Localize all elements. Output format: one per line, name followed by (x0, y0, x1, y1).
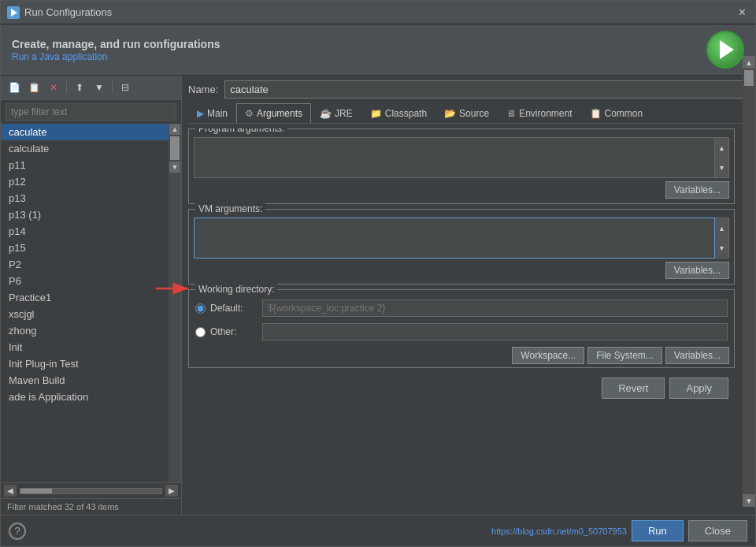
tab-classpath[interactable]: 📁 Classpath (361, 103, 435, 123)
source-tab-label: Source (459, 108, 489, 119)
main-tab-label: Main (207, 108, 228, 119)
environment-tab-label: Environment (519, 108, 572, 119)
list-item[interactable]: caculate (1, 124, 169, 140)
export-button[interactable]: ⬆ (71, 79, 88, 96)
list-item[interactable]: Init (1, 339, 169, 355)
prog-scroll-down[interactable]: ▼ (715, 158, 728, 177)
revert-apply-row: Revert Apply (188, 373, 735, 400)
content-area: Program arguments: ▲ ▼ Variables... (188, 128, 749, 510)
scroll-up-button[interactable]: ▲ (169, 124, 180, 135)
tab-arguments[interactable]: ⚙ Arguments (236, 103, 311, 123)
run-config-icon (7, 6, 20, 19)
working-dir-variables-button[interactable]: Variables... (665, 347, 729, 364)
default-dir-input[interactable] (262, 300, 728, 317)
list-item[interactable]: p15 (1, 240, 169, 256)
vm-args-scroll: ▲ ▼ (715, 218, 729, 259)
list-item[interactable]: p12 (1, 173, 169, 190)
prog-scroll-up[interactable]: ▲ (715, 138, 728, 158)
run-button[interactable]: Run (632, 520, 684, 541)
program-arguments-input[interactable] (194, 137, 715, 178)
program-arguments-section: Program arguments: ▲ ▼ Variables... (188, 128, 735, 204)
dialog-close-button[interactable]: × (736, 4, 749, 21)
import-button[interactable]: ▼ (91, 79, 108, 96)
right-scroll-down[interactable]: ▼ (743, 494, 755, 507)
run-icon-circle (706, 31, 744, 69)
vm-arguments-inner: ▲ ▼ Variables... (189, 210, 734, 284)
help-button[interactable]: ? (9, 523, 26, 540)
list-item[interactable]: xscjgl (1, 306, 169, 322)
delete-config-button[interactable]: ✕ (45, 79, 62, 96)
tab-jre[interactable]: ☕ JRE (311, 103, 361, 123)
right-panel: Name: ▶ Main ⚙ Arguments ☕ JRE 📁 (182, 76, 755, 515)
vm-scroll-down[interactable]: ▼ (715, 238, 728, 258)
footer-right: https://blog.csdn.net/m0_50707953 Run Cl… (491, 520, 747, 541)
other-dir-input[interactable] (262, 323, 728, 340)
tabs-bar: ▶ Main ⚙ Arguments ☕ JRE 📁 Classpath 📂 (188, 103, 749, 124)
source-tab-icon: 📂 (444, 108, 456, 119)
run-configurations-dialog: Run Configurations × Create, manage, and… (0, 0, 756, 547)
new-icon: 📄 (9, 82, 20, 93)
right-scroll-thumb (744, 76, 754, 86)
list-item[interactable]: p13 (1, 190, 169, 207)
classpath-tab-label: Classpath (385, 108, 427, 119)
scroll-right-button[interactable]: ▶ (165, 485, 178, 497)
jre-tab-label: JRE (335, 108, 353, 119)
list-item[interactable]: P2 (1, 256, 169, 273)
dir-buttons-row: Workspace... File System... Variables... (189, 344, 734, 367)
import-icon: ▼ (94, 82, 104, 93)
footer-left: ? (9, 523, 26, 540)
filter-input[interactable] (6, 103, 176, 121)
list-item[interactable]: P6 (1, 273, 169, 289)
tab-source[interactable]: 📂 Source (435, 103, 498, 123)
arguments-tab-label: Arguments (257, 108, 302, 119)
vm-arguments-input[interactable] (194, 218, 715, 259)
collapse-button[interactable]: ⊟ (117, 79, 134, 96)
toolbar: 📄 📋 ✕ ⬆ ▼ ⊟ (1, 76, 181, 100)
name-input[interactable] (224, 80, 749, 99)
working-directory-section: Working directory: Default: Other: (188, 289, 735, 368)
vm-scroll-up[interactable]: ▲ (715, 218, 728, 238)
program-args-textarea-wrapper: ▲ ▼ (194, 137, 729, 178)
name-row: Name: (188, 80, 749, 99)
list-item[interactable]: Practice1 (1, 289, 169, 306)
other-radio[interactable] (195, 327, 206, 337)
filesystem-button[interactable]: File System... (587, 347, 662, 364)
toolbar-separator (66, 81, 67, 94)
list-item[interactable]: ade is Application (1, 389, 169, 405)
default-radio[interactable] (195, 303, 206, 314)
horiz-scroll-thumb (20, 489, 52, 493)
environment-tab-icon: 🖥 (506, 108, 516, 119)
program-arguments-inner: ▲ ▼ Variables... (189, 129, 734, 203)
list-item[interactable]: calculate (1, 140, 169, 157)
title-bar-left: Run Configurations (7, 6, 112, 19)
apply-button[interactable]: Apply (669, 378, 728, 399)
arguments-tab-icon: ⚙ (245, 108, 254, 119)
vm-variables-button[interactable]: Variables... (665, 262, 729, 279)
scroll-thumb (170, 136, 180, 160)
list-item[interactable]: Init Plug-in Test (1, 355, 169, 372)
tab-environment[interactable]: 🖥 Environment (498, 103, 580, 123)
scroll-left-button[interactable]: ◀ (4, 485, 17, 497)
program-variables-button[interactable]: Variables... (665, 181, 729, 199)
copy-config-button[interactable]: 📋 (25, 79, 43, 96)
list-item[interactable]: p14 (1, 223, 169, 240)
main-content: 📄 📋 ✕ ⬆ ▼ ⊟ (1, 76, 755, 515)
red-arrow-svg (154, 281, 194, 296)
new-config-button[interactable]: 📄 (6, 79, 23, 96)
header-link[interactable]: Run a Java application (12, 51, 107, 62)
list-item[interactable]: p13 (1) (1, 207, 169, 223)
header-text: Create, manage, and run configurations R… (12, 38, 220, 62)
close-button[interactable]: Close (688, 520, 747, 541)
tab-main[interactable]: ▶ Main (188, 103, 236, 123)
workspace-button[interactable]: Workspace... (512, 347, 584, 364)
collapse-icon: ⊟ (121, 82, 129, 93)
revert-button[interactable]: Revert (602, 378, 665, 399)
list-item[interactable]: Maven Build (1, 372, 169, 389)
list-item[interactable]: p11 (1, 157, 169, 173)
list-scrollbar: ▲ ▼ (169, 124, 181, 482)
scroll-down-button[interactable]: ▼ (169, 162, 180, 173)
list-item[interactable]: zhong (1, 322, 169, 339)
tab-common[interactable]: 📋 Common (581, 103, 652, 123)
list-items-container: caculate calculate p11 p12 p13 p13 (1) p… (1, 124, 169, 482)
program-variables-btn-row: Variables... (194, 181, 729, 199)
